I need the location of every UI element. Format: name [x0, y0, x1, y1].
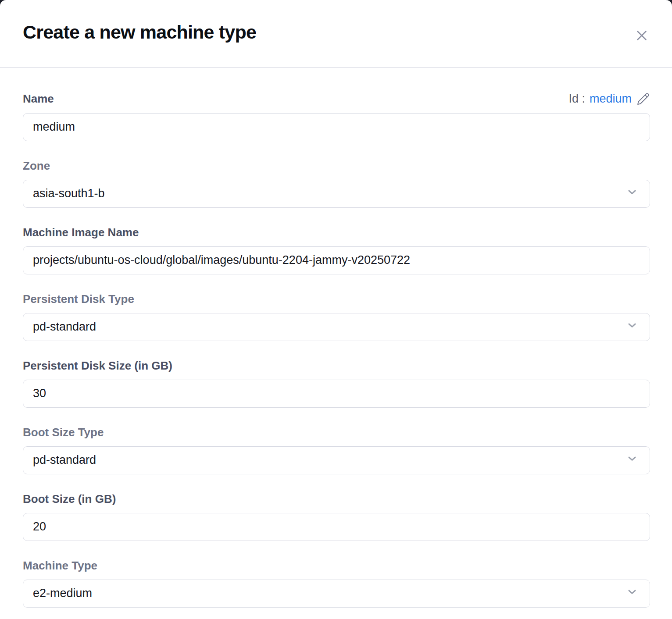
edit-id-button[interactable]: [636, 92, 650, 106]
field-persistent-disk-type: Persistent Disk Type pd-standard: [23, 292, 650, 341]
machine-type-label: Machine Type: [23, 559, 97, 573]
id-prefix-label: Id :: [568, 92, 585, 106]
persistent-disk-size-input[interactable]: [23, 380, 650, 408]
chevron-down-icon: [626, 586, 638, 601]
zone-label: Zone: [23, 159, 50, 173]
close-button[interactable]: [631, 25, 653, 46]
machine-image-name-input[interactable]: [23, 246, 650, 274]
persistent-disk-type-selected-value: pd-standard: [33, 320, 96, 334]
zone-select[interactable]: asia-south1-b: [23, 180, 650, 208]
close-icon: [633, 39, 650, 45]
name-label: Name: [23, 92, 54, 106]
boot-size-label: Boot Size (in GB): [23, 492, 116, 506]
chevron-down-icon: [626, 452, 638, 468]
id-badge: Id : medium: [568, 92, 650, 106]
dialog-title: Create a new machine type: [23, 21, 256, 44]
id-value[interactable]: medium: [590, 92, 632, 106]
field-machine-type: Machine Type e2-medium: [23, 559, 650, 608]
create-machine-type-dialog: Create a new machine type Name Id : medi…: [0, 0, 672, 619]
boot-size-type-label: Boot Size Type: [23, 425, 104, 439]
edit-pencil-icon: [636, 101, 650, 107]
persistent-disk-type-select[interactable]: pd-standard: [23, 313, 650, 341]
machine-image-name-label: Machine Image Name: [23, 225, 139, 239]
chevron-down-icon: [626, 186, 638, 201]
persistent-disk-type-label: Persistent Disk Type: [23, 292, 134, 306]
chevron-down-icon: [626, 319, 638, 334]
field-zone: Zone asia-south1-b: [23, 159, 650, 208]
boot-size-type-select[interactable]: pd-standard: [23, 446, 650, 474]
field-boot-size-type: Boot Size Type pd-standard: [23, 425, 650, 474]
field-persistent-disk-size: Persistent Disk Size (in GB): [23, 359, 650, 408]
zone-selected-value: asia-south1-b: [33, 187, 105, 200]
dialog-header: Create a new machine type: [0, 0, 672, 68]
field-machine-image-name: Machine Image Name: [23, 225, 650, 274]
persistent-disk-size-label: Persistent Disk Size (in GB): [23, 359, 172, 373]
boot-size-type-selected-value: pd-standard: [33, 453, 96, 467]
machine-type-selected-value: e2-medium: [33, 587, 92, 600]
machine-type-select[interactable]: e2-medium: [23, 580, 650, 608]
boot-size-input[interactable]: [23, 513, 650, 541]
name-input[interactable]: [23, 113, 650, 141]
dialog-body: Name Id : medium: [0, 92, 672, 608]
field-boot-size: Boot Size (in GB): [23, 492, 650, 541]
field-name: Name Id : medium: [23, 92, 650, 141]
